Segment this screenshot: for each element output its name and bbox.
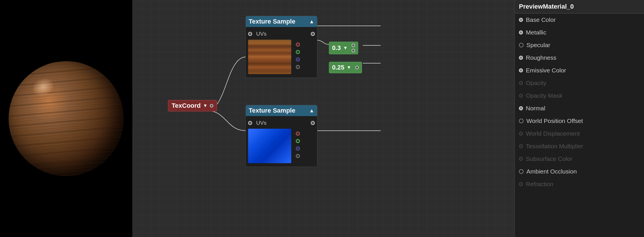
material-socket-4	[519, 68, 523, 72]
texture-sample-2-body: UVs	[246, 116, 317, 167]
value-025-text: 0.25	[332, 64, 344, 71]
texture-sample-node-2[interactable]: Texture Sample ▲ UVs	[246, 105, 317, 167]
material-row-opacity-mask[interactable]: Opacity Mask	[515, 89, 644, 102]
texture-sample-1-title: Texture Sample	[249, 18, 295, 25]
material-row-normal[interactable]: Normal	[515, 102, 644, 115]
texture-sample-2-b-output[interactable]	[296, 147, 300, 151]
material-label-3: Roughness	[526, 54, 556, 61]
material-sphere	[9, 61, 124, 176]
texture-sample-2-a-output[interactable]	[296, 154, 300, 158]
material-row-specular[interactable]: Specular	[515, 39, 644, 51]
texcoord-arrow: ▼	[203, 103, 208, 108]
texture-sample-2-uvs-label: UVs	[256, 120, 267, 126]
texcoord-output-socket[interactable]	[210, 104, 213, 107]
material-label-0: Base Color	[526, 16, 556, 23]
material-label-7: Normal	[526, 105, 545, 112]
texture-sample-2-uvs-input[interactable]	[248, 121, 252, 125]
material-row-ambient-occlusion[interactable]: Ambient Occlusion	[515, 165, 644, 178]
value-03-text: 0.3	[332, 44, 341, 52]
material-row-refraction[interactable]: Refraction	[515, 178, 644, 190]
material-label-4: Emissive Color	[526, 67, 566, 74]
material-label-12: Ambient Occlusion	[526, 168, 577, 175]
material-socket-1	[519, 30, 523, 34]
connections-svg	[133, 0, 515, 237]
texcoord-node[interactable]: TexCoord ▼	[168, 100, 217, 111]
material-label-5: Opacity	[526, 80, 546, 86]
material-socket-13	[519, 182, 523, 186]
texture-sample-2-uvs-output[interactable]	[311, 121, 315, 125]
material-socket-12	[519, 169, 524, 174]
value-03-output-bottom[interactable]	[352, 49, 355, 52]
material-socket-6	[519, 94, 523, 98]
preview-panel	[0, 0, 132, 237]
texture-sample-1-body: UVs	[246, 27, 317, 78]
material-socket-3	[519, 56, 523, 60]
texture-sample-1-a-output[interactable]	[296, 65, 300, 69]
value-node-03[interactable]: 0.3 ▼	[329, 42, 358, 54]
texture-sample-2-g-output[interactable]	[296, 139, 300, 143]
blue-texture-preview	[248, 129, 291, 163]
material-label-6: Opacity Mask	[526, 92, 562, 99]
connection-line	[207, 111, 246, 131]
value-03-output-top[interactable]	[352, 44, 355, 47]
material-socket-0	[519, 18, 523, 22]
value-025-arrow: ▼	[347, 65, 351, 70]
material-row-subsurface-color[interactable]: Subsurface Color	[515, 153, 644, 165]
texture-sample-1-uvs-output[interactable]	[311, 32, 315, 36]
texture-sample-2-r-output[interactable]	[296, 132, 300, 136]
blue-texture-image	[248, 129, 291, 163]
sphere-container	[9, 61, 124, 176]
material-rows: Base ColorMetallicSpecularRoughnessEmiss…	[515, 14, 644, 190]
material-row-opacity[interactable]: Opacity	[515, 77, 644, 89]
material-row-tessellation-multiplier[interactable]: Tessellation Multiplier	[515, 140, 644, 153]
texture-sample-1-uvs-row: UVs	[246, 29, 317, 38]
material-label-9: World Displacement	[526, 130, 580, 137]
material-label-2: Specular	[526, 42, 550, 49]
texture-sample-1-uvs-input[interactable]	[248, 32, 252, 36]
value-node-025[interactable]: 0.25 ▼	[329, 62, 362, 73]
texture-sample-1-arrow: ▲	[309, 19, 314, 25]
texture-sample-1-r-output[interactable]	[296, 43, 300, 47]
material-socket-7	[519, 106, 523, 110]
material-label-11: Subsurface Color	[526, 155, 572, 162]
material-socket-9	[519, 132, 523, 136]
material-title: PreviewMaterial_0	[519, 3, 574, 10]
texture-sample-1-header[interactable]: Texture Sample ▲	[246, 16, 317, 27]
wood-texture-preview	[248, 40, 291, 74]
material-panel: PreviewMaterial_0 Base ColorMetallicSpec…	[515, 0, 644, 237]
material-row-emissive-color[interactable]: Emissive Color	[515, 64, 644, 77]
connection-line	[317, 40, 329, 45]
material-socket-2	[519, 43, 524, 47]
value-025-output[interactable]	[355, 66, 359, 69]
texture-sample-1-uvs-label: UVs	[256, 31, 267, 37]
material-socket-5	[519, 81, 523, 85]
texture-sample-1-g-output[interactable]	[296, 50, 300, 54]
material-socket-11	[519, 157, 523, 161]
value-03-arrow: ▼	[343, 45, 348, 51]
node-editor[interactable]: TexCoord ▼ Texture Sample ▲ UVs	[133, 0, 515, 237]
material-label-1: Metallic	[526, 29, 546, 36]
material-row-base-color[interactable]: Base Color	[515, 14, 644, 26]
material-label-10: Tessellation Multiplier	[526, 143, 583, 150]
material-socket-10	[519, 144, 523, 148]
material-socket-8	[519, 119, 524, 123]
wood-texture-image	[248, 40, 291, 74]
material-header: PreviewMaterial_0	[515, 0, 644, 14]
texcoord-label: TexCoord	[172, 102, 201, 109]
texture-sample-1-b-output[interactable]	[296, 57, 300, 61]
material-row-metallic[interactable]: Metallic	[515, 26, 644, 39]
texture-sample-2-title: Texture Sample	[249, 107, 295, 114]
texture-sample-2-uvs-row: UVs	[246, 118, 317, 128]
material-row-world-position-offset[interactable]: World Position Offset	[515, 115, 644, 127]
material-row-world-displacement[interactable]: World Displacement	[515, 127, 644, 140]
material-label-13: Refraction	[526, 181, 553, 188]
material-label-8: World Position Offset	[526, 117, 583, 124]
texture-sample-2-header[interactable]: Texture Sample ▲	[246, 105, 317, 116]
material-row-roughness[interactable]: Roughness	[515, 51, 644, 64]
texture-sample-node-1[interactable]: Texture Sample ▲ UVs	[246, 16, 317, 78]
texture-sample-2-arrow: ▲	[309, 108, 314, 114]
